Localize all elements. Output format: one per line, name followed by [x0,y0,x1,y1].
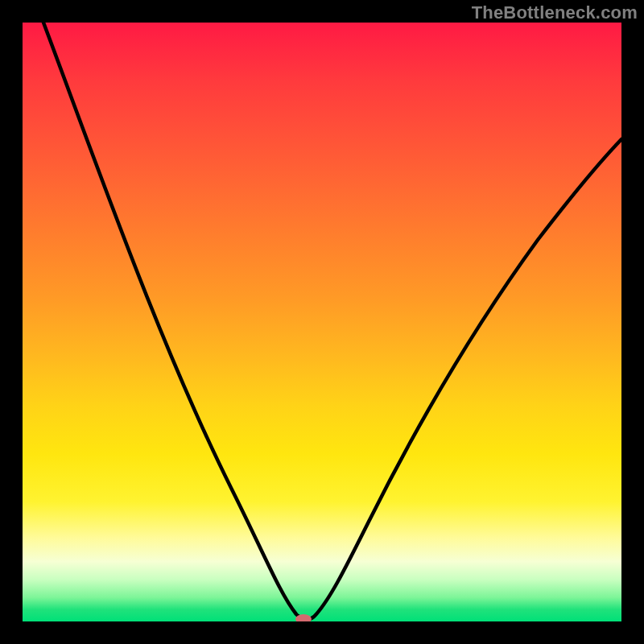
curve-layer [23,23,621,621]
plot-area [23,23,621,621]
watermark-text: TheBottleneck.com [472,2,638,23]
bottleneck-curve [43,23,621,620]
chart-frame: TheBottleneck.com [0,0,644,644]
